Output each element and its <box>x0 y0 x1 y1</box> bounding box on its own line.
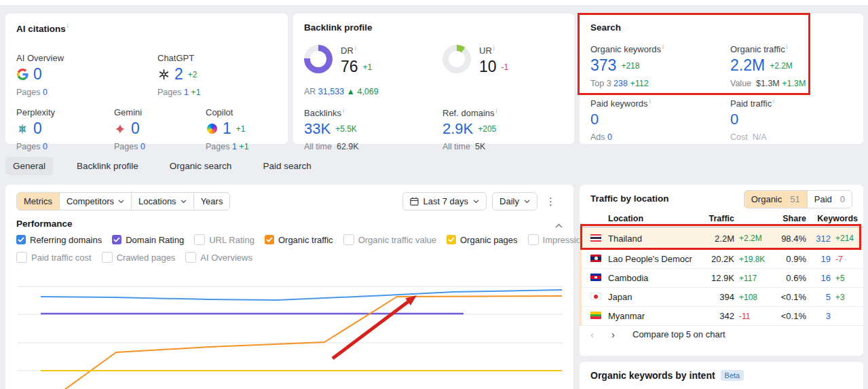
checked-checkbox-icon <box>112 235 121 244</box>
ai-citation-ai-overview: AI Overview0Pages 0 <box>16 53 64 97</box>
unchecked-checkbox-icon <box>343 234 354 245</box>
paid-toggle-button[interactable]: Paid0 <box>807 190 852 208</box>
organic-toggle-button[interactable]: Organic51 <box>744 190 808 208</box>
ai-source-label: AI Overview <box>16 53 64 63</box>
keywords-delta: +214 <box>831 234 858 243</box>
checkbox-label: Referring domains <box>30 235 102 245</box>
competitors-dropdown[interactable]: Competitors <box>59 192 132 210</box>
ar-value[interactable]: 31,533 <box>318 87 344 96</box>
share-value: 0.6% <box>768 273 806 283</box>
traffic-delta: +19.8K <box>734 255 768 264</box>
date-range-dropdown[interactable]: Last 7 days <box>402 192 487 210</box>
organic-keywords-value[interactable]: 373 <box>590 58 616 73</box>
paid-traffic-block: Paid traffici 0 Cost N/A <box>730 98 774 142</box>
chevron-down-icon <box>524 200 530 204</box>
ahrefs-rank: AR 31,533 ▲ 4,069 <box>304 87 379 96</box>
calendar-icon <box>410 197 419 206</box>
keywords-link[interactable]: 5 <box>806 292 831 302</box>
ai-pages: Pages 0 <box>16 142 55 151</box>
traffic-by-location-title: Traffic by location <box>590 193 669 204</box>
unchecked-checkbox-icon <box>528 234 539 245</box>
tab-organic-search[interactable]: Organic search <box>162 157 240 175</box>
traffic-delta: +108 <box>734 293 768 302</box>
checkbox-label: AI Overviews <box>200 253 252 263</box>
ur-delta: -1 <box>502 62 509 72</box>
tab-paid-search[interactable]: Paid search <box>255 157 318 175</box>
pager-next-icon[interactable]: › <box>611 329 615 340</box>
location-table-header: Location Traffic Share Keywords <box>580 210 863 227</box>
checkbox-ai-overviews[interactable]: AI Overviews <box>185 252 252 263</box>
metric-checkbox-row-1: Referring domainsDomain RatingURL Rating… <box>16 234 656 245</box>
ref-domains-delta: +205 <box>478 124 496 134</box>
ai-source-label: Copilot <box>206 107 249 117</box>
share-value: 98.4% <box>768 234 806 244</box>
dr-value: 76 <box>341 59 358 75</box>
collapse-chevron-icon[interactable] <box>555 219 563 231</box>
checkbox-organic-traffic[interactable]: Organic traffic <box>265 235 333 245</box>
backlinks-value[interactable]: 33K <box>304 122 331 136</box>
keywords-link[interactable]: 3 <box>806 311 831 321</box>
keywords-delta: +3 <box>831 293 858 302</box>
organic-traffic-value[interactable]: 2.2M <box>730 58 765 73</box>
locations-dropdown[interactable]: Locations <box>131 192 194 210</box>
paid-keywords-value[interactable]: 0 <box>590 112 599 127</box>
search-card: Search Organic keywordsi 373 +218 Top 3 … <box>580 14 863 144</box>
cambodia-flag-icon <box>590 274 601 281</box>
granularity-dropdown[interactable]: Daily <box>492 192 537 210</box>
location-row-cambodia[interactable]: Cambodia12.9K+1170.6%16+5 <box>580 269 863 288</box>
location-row-japan[interactable]: Japan394+108<0.1%5+3 <box>580 288 863 307</box>
checked-checkbox-icon <box>16 235 26 244</box>
url-rating-block: URi 10 -1 <box>442 45 508 75</box>
dr-delta: +1 <box>363 62 373 72</box>
backlinks-label: Backlinksi <box>304 107 359 118</box>
ai-citation-count[interactable]: 1 <box>223 121 231 136</box>
location-row-laos[interactable]: Lao People's Democratic Reput20.2K+19.8K… <box>580 250 863 269</box>
keywords-link[interactable]: 16 <box>806 273 831 283</box>
years-button[interactable]: Years <box>193 192 231 210</box>
info-icon: i <box>493 45 495 52</box>
paid-traffic-value[interactable]: 0 <box>730 112 738 127</box>
ai-citation-count[interactable]: 2 <box>174 67 183 82</box>
ai-citation-gemini: Gemini0Pages 0 <box>114 107 145 151</box>
top3-value[interactable]: 238 <box>614 79 628 88</box>
ai-citation-count[interactable]: 0 <box>33 67 42 82</box>
dr-donut-chart <box>304 45 333 73</box>
location-row-thailand[interactable]: Thailand2.2M+2.2M98.4%312+214 <box>580 227 863 250</box>
section-tabs: GeneralBacklink profileOrganic searchPai… <box>5 157 319 175</box>
organic-keywords-block: Organic keywordsi 373 +218 Top 3 238 +11… <box>590 43 664 88</box>
keywords-link[interactable]: 312 <box>806 234 831 244</box>
traffic-value: 394 <box>692 292 734 302</box>
checkbox-referring-domains[interactable]: Referring domains <box>16 235 102 245</box>
metrics-button[interactable]: Metrics <box>16 192 60 210</box>
ai-citation-count[interactable]: 0 <box>131 121 140 136</box>
checkbox-organic-traffic-value[interactable]: Organic traffic value <box>343 234 436 245</box>
ur-donut-chart <box>442 45 471 73</box>
checkbox-label: Organic pages <box>460 235 518 245</box>
backlink-profile-title: Backlink profile <box>304 22 373 33</box>
checkbox-organic-pages[interactable]: Organic pages <box>447 235 518 245</box>
ai-citation-count[interactable]: 0 <box>33 121 42 136</box>
traffic-delta: -11 <box>734 312 768 321</box>
location-row-myanmar[interactable]: Myanmar342-11<0.1%3 <box>580 307 863 326</box>
ai-pages: Pages 1 +1 <box>157 88 201 97</box>
japan-flag-icon <box>590 293 601 300</box>
dr-label: DRi <box>341 45 372 56</box>
info-icon: i <box>343 107 344 114</box>
page-top-strip <box>0 0 868 6</box>
ref-domains-value[interactable]: 2.9K <box>442 122 473 136</box>
pager-prev-icon[interactable]: ‹ <box>590 329 594 340</box>
checkbox-label: Organic traffic value <box>358 235 436 245</box>
checkbox-url-rating[interactable]: URL Rating <box>194 234 254 245</box>
filter-button-group: Metrics Competitors Locations Years <box>16 192 230 210</box>
keywords-link[interactable]: 19 <box>806 254 831 264</box>
more-options-kebab-icon[interactable]: ⋮ <box>543 194 559 209</box>
tab-general[interactable]: General <box>5 157 53 175</box>
tab-backlink-profile[interactable]: Backlink profile <box>69 157 146 175</box>
traffic-value: 342 <box>692 311 734 321</box>
compare-top5-link[interactable]: Compare top 5 on chart <box>633 329 725 339</box>
checkbox-domain-rating[interactable]: Domain Rating <box>112 235 184 245</box>
backlinks-delta: +5.5K <box>335 124 357 134</box>
checkbox-paid-traffic-cost[interactable]: Paid traffic cost <box>16 252 92 263</box>
checkbox-crawled-pages[interactable]: Crawled pages <box>102 252 176 263</box>
ref-domains-label: Ref. domainsi <box>442 107 497 118</box>
